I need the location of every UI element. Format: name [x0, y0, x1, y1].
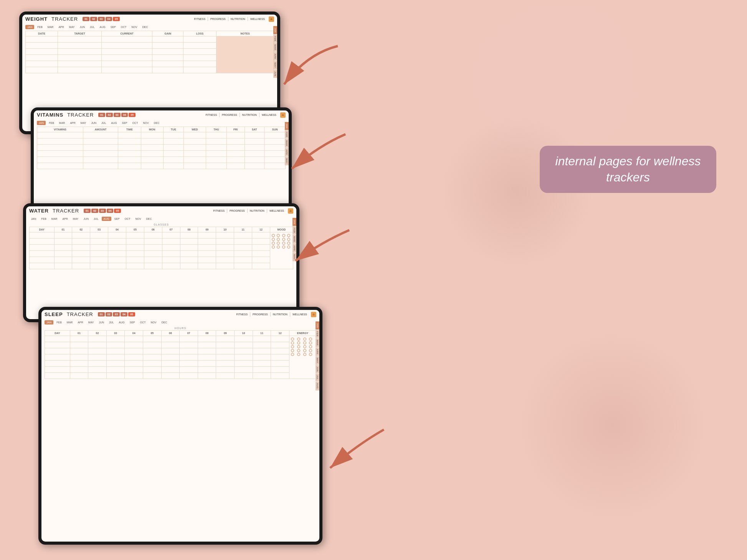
col-notes: NOTES — [216, 31, 274, 36]
nav-tab-01[interactable]: 01 — [83, 17, 89, 21]
energy-circle — [309, 353, 312, 356]
col-date: DATE — [26, 31, 58, 36]
sleep-month-tabs: JAN FEB MAR APR MAY JUN JUL AUG SEP OCT … — [41, 319, 319, 326]
table-row — [30, 257, 293, 263]
weight-nav-tabs: 01 02 03 04 05 — [83, 17, 120, 21]
weight-title-second: TRACKER — [51, 16, 78, 22]
col-loss: LOSS — [183, 31, 216, 36]
table-row — [26, 36, 274, 43]
table-row — [30, 245, 293, 251]
table-row — [45, 348, 316, 354]
table-row — [45, 336, 316, 342]
table-row — [30, 232, 293, 239]
water-table: DAY 010203 040506 070809 101112 MOOD — [29, 227, 293, 269]
col-wed: WED — [183, 127, 206, 132]
nav-tab-05[interactable]: 05 — [113, 17, 120, 21]
energy-circle — [291, 341, 294, 344]
month-nov[interactable]: NOV — [130, 25, 139, 29]
water-nav-tabs: 01 02 03 04 05 — [84, 209, 121, 213]
sleep-nav-tabs: 01 02 03 04 05 — [98, 312, 135, 316]
water-nav-links: FITNESS PROGRESS NUTRITION WELLNESS ⌂ — [211, 208, 293, 214]
table-row — [45, 367, 316, 373]
water-title: WATER — [29, 208, 49, 214]
month-oct[interactable]: OCT — [119, 25, 129, 29]
side-tab-jan[interactable]: JAN — [273, 26, 277, 34]
water-title-second: TRACKER — [53, 208, 79, 214]
energy-circle — [297, 338, 300, 341]
col-target: TARGET — [58, 31, 102, 36]
fitness-link[interactable]: FITNESS — [192, 17, 208, 21]
water-month-tabs: JAN FEB MAR APR MAY JUN JUL AUG SEP OCT … — [26, 215, 296, 222]
energy-circle — [303, 345, 306, 348]
energy-circle — [303, 353, 306, 356]
energy-circle — [309, 349, 312, 352]
arrow-1 — [269, 38, 345, 96]
table-row — [37, 138, 286, 145]
month-jun[interactable]: JUN — [78, 25, 87, 29]
bubble-text: internal pages for wellness trackers — [555, 154, 701, 184]
month-mar[interactable]: MAR — [46, 25, 56, 29]
glasses-label: GLASSES — [29, 222, 293, 227]
sleep-home-icon[interactable]: ⌂ — [311, 312, 316, 317]
mood-circle — [277, 238, 280, 241]
energy-circle — [297, 349, 300, 352]
table-row — [37, 163, 286, 169]
table-row — [37, 157, 286, 163]
col-gain: GAIN — [152, 31, 183, 36]
sleep-title: SLEEP — [45, 311, 63, 317]
month-feb[interactable]: FEB — [35, 25, 45, 29]
table-row — [37, 151, 286, 157]
sleep-table: DAY 010203 040506 070809 101112 ENERGY — [45, 330, 316, 379]
weight-nav-links: FITNESS PROGRESS NUTRITION WELLNESS ⌂ — [192, 16, 274, 22]
energy-circle — [291, 349, 294, 352]
month-may[interactable]: MAY — [67, 25, 77, 29]
nav-tab-02[interactable]: 02 — [90, 17, 97, 21]
col-tue: TUE — [163, 127, 183, 132]
energy-circle — [297, 345, 300, 348]
mood-circle — [272, 245, 275, 249]
vitamins-month-tabs: JAN FEB MAR APR MAY JUN JUL AUG SEP OCT … — [34, 119, 289, 127]
month-jul[interactable]: JUL — [88, 25, 96, 29]
vitamins-home-icon[interactable]: ⌂ — [280, 112, 286, 118]
vitamins-nav-tabs: 01 02 03 04 05 — [98, 113, 136, 117]
water-tracker-tablet: WATER TRACKER 01 02 03 04 05 FITNESS PRO… — [23, 203, 299, 322]
progress-link[interactable]: PROGRESS — [208, 17, 228, 21]
col-sat: SAT — [245, 127, 264, 132]
energy-circle — [297, 353, 300, 356]
month-sep[interactable]: SEP — [109, 25, 118, 29]
col-mon: MON — [141, 127, 163, 132]
energy-circle — [297, 341, 300, 344]
table-row — [45, 342, 316, 348]
table-row — [45, 373, 316, 379]
water-home-icon[interactable]: ⌂ — [288, 208, 293, 214]
sleep-title-second: TRACKER — [67, 311, 93, 317]
vitamins-table: VITAMINS AMOUNT TIME MON TUE WED THU FRI… — [37, 127, 286, 169]
energy-circle — [291, 338, 294, 341]
weight-month-tabs: JAN FEB MAR APR MAY JUN JUL AUG SEP OCT … — [22, 23, 277, 31]
wellness-link[interactable]: WELLNESS — [248, 17, 267, 21]
home-icon[interactable]: ⌂ — [269, 16, 274, 22]
nutrition-link[interactable]: NUTRITION — [228, 17, 248, 21]
month-apr[interactable]: APR — [56, 25, 66, 29]
text-bubble: internal pages for wellness trackers — [540, 146, 716, 193]
col-day: DAY — [30, 227, 55, 232]
table-row — [37, 145, 286, 151]
energy-circle — [309, 345, 312, 348]
month-aug[interactable]: AUG — [98, 25, 107, 29]
hours-label: HOURS — [45, 326, 316, 330]
month-jan[interactable]: JAN — [25, 25, 34, 29]
table-row — [37, 132, 286, 138]
energy-circle — [291, 345, 294, 348]
vitamins-title-second: TRACKER — [67, 112, 94, 118]
energy-circle — [291, 353, 294, 356]
arrow-2 — [276, 127, 353, 176]
nav-tab-04[interactable]: 04 — [106, 17, 112, 21]
energy-circle — [303, 341, 306, 344]
col-vitamins: VITAMINS — [37, 127, 83, 132]
nav-tab-03[interactable]: 03 — [98, 17, 105, 21]
table-row — [45, 361, 316, 367]
month-dec[interactable]: DEC — [140, 25, 150, 29]
energy-circle — [309, 338, 312, 341]
mood-circle — [277, 234, 280, 237]
mood-circle — [272, 234, 275, 237]
